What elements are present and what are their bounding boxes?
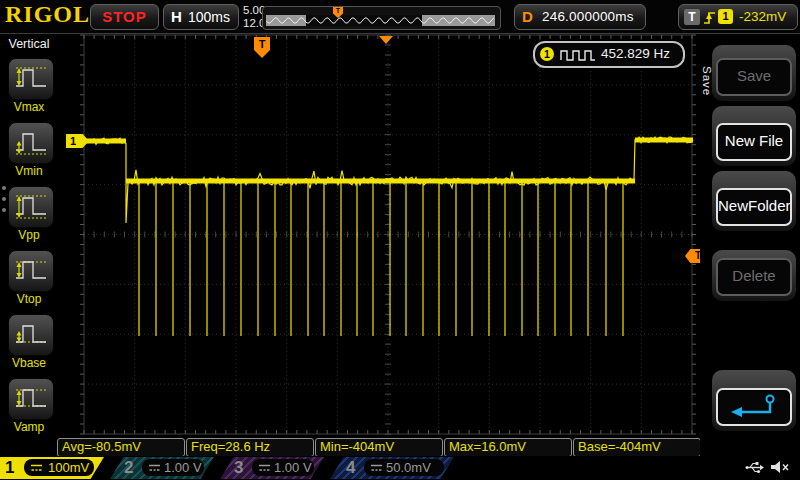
speaker-muted-icon bbox=[769, 458, 790, 476]
sidebar-item-vmax[interactable] bbox=[8, 58, 54, 100]
new-file-button[interactable]: New File bbox=[716, 123, 792, 161]
trigger-label: T bbox=[684, 9, 700, 25]
overview-wave-icon bbox=[266, 15, 495, 26]
sidebar-title: Vertical bbox=[0, 37, 58, 51]
menu-key-new-folder[interactable]: NewFolder bbox=[712, 171, 796, 231]
menu-tab-label: Save bbox=[697, 56, 713, 106]
trigger-source-chip: 1 bbox=[718, 9, 733, 24]
return-arrow-icon bbox=[724, 392, 784, 422]
sidebar-item-label: Vpp bbox=[0, 228, 58, 242]
sidebar-item-vtop[interactable] bbox=[8, 250, 54, 292]
channel-number: 4 bbox=[346, 458, 355, 478]
measurement-freq: Freq=28.6 Hz bbox=[186, 438, 314, 457]
delete-button[interactable]: Delete bbox=[716, 258, 792, 296]
channel2-badge[interactable]: 2 1.00 V bbox=[110, 457, 214, 479]
menu-key-new-file[interactable]: New File bbox=[712, 106, 796, 166]
channel-number: 3 bbox=[234, 458, 243, 478]
waveform-plot bbox=[0, 0, 800, 480]
sidebar-item-vbase[interactable] bbox=[8, 314, 54, 356]
horizontal-timebase-box: H 100ms bbox=[163, 4, 239, 30]
new-folder-button[interactable]: NewFolder bbox=[716, 188, 792, 226]
square-wave-icon bbox=[559, 47, 597, 62]
vmin-icon bbox=[13, 127, 49, 157]
channel-scale: 50.0mV bbox=[386, 460, 431, 475]
sidebar-item-label: Vtop bbox=[0, 292, 58, 306]
channel1-badge[interactable]: 1 100mV bbox=[0, 457, 104, 479]
vpp-icon bbox=[13, 191, 49, 221]
sidebar-item-label: Vmax bbox=[0, 100, 58, 114]
vmax-icon bbox=[13, 63, 49, 93]
oscilloscope-screen: RIGOL STOP H 100ms 5.00MSa/s 12.0M pts T… bbox=[0, 0, 800, 480]
measurement-max: Max=16.0mV bbox=[444, 438, 572, 457]
timebase-value: 100ms bbox=[188, 9, 230, 25]
dc-coupling-icon bbox=[370, 463, 383, 473]
channel-scale: 1.00 V bbox=[274, 460, 312, 475]
channel-scale-box: 50.0mV bbox=[364, 459, 444, 476]
trigger-time-flag[interactable]: T bbox=[254, 37, 270, 58]
channel-status-bar: 1 100mV 2 1.00 V 3 bbox=[0, 456, 800, 480]
sidebar-item-vpp[interactable] bbox=[8, 186, 54, 228]
sidebar-item-vamp[interactable] bbox=[8, 378, 54, 420]
measurement-avg: Avg=-80.5mV bbox=[57, 438, 185, 457]
graticule bbox=[80, 35, 696, 434]
sidebar-item-label: Vamp bbox=[0, 420, 58, 434]
channel-number: 2 bbox=[124, 458, 133, 478]
menu-key-save[interactable]: Save bbox=[712, 45, 796, 101]
channel1-trace bbox=[84, 137, 693, 336]
menu-key-return[interactable] bbox=[712, 370, 796, 431]
sidebar-item-label: Vbase bbox=[0, 356, 58, 370]
channel-scale-box: 100mV bbox=[24, 459, 94, 476]
return-button[interactable] bbox=[716, 388, 792, 426]
waveform-overview-bar: T bbox=[262, 6, 501, 30]
rising-edge-icon bbox=[702, 9, 717, 26]
channel-scale: 100mV bbox=[48, 460, 89, 475]
horizontal-label: H bbox=[171, 8, 182, 25]
dc-coupling-icon bbox=[30, 463, 43, 473]
channel-scale-box: 1.00 V bbox=[142, 459, 204, 476]
vbase-icon bbox=[13, 319, 49, 349]
trigger-level-value: -232mV bbox=[739, 9, 786, 24]
vamp-icon bbox=[13, 383, 49, 413]
frequency-value: 452.829 Hz bbox=[601, 46, 670, 61]
channel4-badge[interactable]: 4 50.0mV bbox=[330, 457, 454, 479]
channel3-badge[interactable]: 3 1.00 V bbox=[220, 457, 324, 479]
menu-key-delete[interactable]: Delete bbox=[712, 250, 796, 301]
trigger-box: T 1 -232mV bbox=[678, 4, 798, 30]
frequency-counter-badge: 1 452.829 Hz bbox=[533, 41, 685, 68]
measurement-min: Min=-404mV bbox=[315, 438, 443, 457]
status-bar-top: RIGOL STOP H 100ms 5.00MSa/s 12.0M pts T… bbox=[0, 0, 800, 34]
usb-icon bbox=[745, 459, 765, 476]
save-button[interactable]: Save bbox=[716, 58, 792, 96]
run-stop-indicator[interactable]: STOP bbox=[90, 4, 159, 30]
channel1-ground-marker[interactable]: 1 bbox=[66, 134, 89, 148]
overview-strip bbox=[266, 15, 495, 26]
dc-coupling-icon bbox=[258, 463, 271, 473]
vertical-measure-menu: Vertical Vmax Vmin bbox=[0, 34, 58, 456]
dc-coupling-icon bbox=[148, 463, 161, 473]
sidebar-item-label: Vmin bbox=[0, 164, 58, 178]
vtop-icon bbox=[13, 255, 49, 285]
trigger-position-marker[interactable] bbox=[379, 36, 393, 44]
channel-scale: 1.00 V bbox=[164, 460, 202, 475]
save-menu-panel: Save Save New File NewFolder Delete bbox=[700, 34, 800, 480]
sidebar-item-vmin[interactable] bbox=[8, 122, 54, 164]
channel-number: 1 bbox=[5, 458, 14, 478]
channel-scale-box: 1.00 V bbox=[252, 459, 314, 476]
rigol-logo: RIGOL bbox=[5, 1, 90, 28]
page-dot bbox=[2, 186, 6, 190]
delay-box: D 246.000000ms bbox=[514, 4, 646, 30]
measurement-base: Base=-404mV bbox=[573, 438, 701, 457]
counter-source-chip: 1 bbox=[540, 47, 554, 61]
delay-label: D bbox=[522, 8, 533, 25]
delay-value: 246.000000ms bbox=[542, 9, 634, 24]
page-dot bbox=[2, 208, 6, 212]
page-dot bbox=[2, 197, 6, 201]
